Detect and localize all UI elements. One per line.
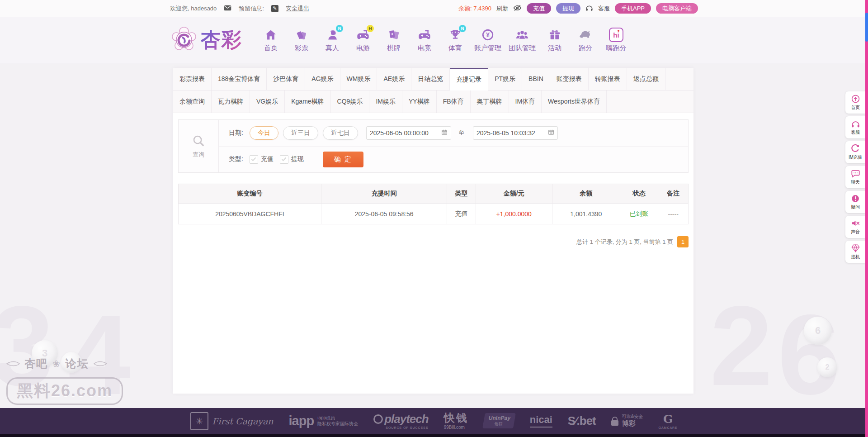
flourish-left-icon: [6, 361, 20, 367]
nav-item-真人[interactable]: N真人: [319, 28, 345, 52]
date-presets: 今日近三日近七日: [250, 126, 358, 140]
envelope-icon[interactable]: [224, 5, 231, 12]
nav-label: 团队管理: [509, 44, 536, 52]
tab-WM娱乐[interactable]: WM娱乐: [340, 68, 377, 90]
flower-icon: ❀: [52, 358, 61, 369]
tab-AG娱乐[interactable]: AG娱乐: [305, 68, 340, 90]
tab-IM娱乐[interactable]: IM娱乐: [369, 90, 402, 113]
footer-logo-iapp: iappiapp成员隐私权专家国际协会: [289, 413, 359, 428]
headset-icon[interactable]: [585, 5, 593, 13]
sidebar-item-声音[interactable]: 声音: [845, 216, 865, 238]
nav-item-嗨跑分[interactable]: hi嗨跑分: [603, 28, 629, 52]
gem-icon: [851, 244, 860, 253]
balance-value: 7.4390: [473, 5, 491, 12]
tab-CQ9娱乐[interactable]: CQ9娱乐: [331, 90, 370, 113]
tab-Wesports世界体育[interactable]: Wesports世界体育: [542, 90, 607, 113]
cell-status: 已到账: [620, 204, 658, 224]
footer-logo-text: playtechSOURCE OF SUCCESS: [373, 412, 429, 430]
nav-item-团队管理[interactable]: 团队管理: [507, 28, 537, 52]
tab-彩票报表[interactable]: 彩票报表: [173, 68, 212, 90]
tab-充提记录[interactable]: 充提记录: [450, 68, 488, 90]
ticket-icon: [294, 28, 309, 42]
tab-YY棋牌[interactable]: YY棋牌: [402, 90, 437, 113]
tab-IM体育[interactable]: IM体育: [509, 90, 542, 113]
nav-item-活动[interactable]: 活动: [542, 28, 568, 52]
sidebar-item-首页[interactable]: 首页: [845, 91, 865, 114]
service-link[interactable]: 客服: [598, 5, 610, 13]
tab-188金宝博体育[interactable]: 188金宝博体育: [212, 68, 267, 90]
sidebar-item-客服[interactable]: 客服: [845, 116, 865, 138]
footer: ✳First Cagayaniappiapp成员隐私权专家国际协会playtec…: [0, 408, 868, 434]
page: 3 4 2 6 3 4 6 2 欢迎您, hadesado 预留信息: ✎ 安全…: [0, 0, 868, 437]
tab-返点总额[interactable]: 返点总额: [627, 68, 665, 90]
nav-item-电竞[interactable]: 电竞: [411, 28, 438, 52]
preset-近七日[interactable]: 近七日: [323, 126, 358, 140]
eye-off-icon[interactable]: [513, 5, 522, 13]
nav-item-首页[interactable]: 首页: [258, 28, 284, 52]
nav-item-彩票[interactable]: 彩票: [288, 28, 315, 52]
checkbox-提现[interactable]: [280, 155, 288, 164]
type-label: 类型:: [229, 155, 243, 163]
cell-remark: -----: [658, 204, 689, 224]
nav-item-跑分[interactable]: 跑分: [572, 28, 599, 52]
tab-奥丁棋牌[interactable]: 奥丁棋牌: [471, 90, 509, 113]
checkbox-充值[interactable]: [250, 155, 258, 164]
tab-VG娱乐[interactable]: VG娱乐: [250, 90, 285, 113]
pc-client-button[interactable]: 电脑客户端: [656, 3, 698, 14]
brand-name: 杏彩: [201, 27, 242, 53]
checkbox-label: 充值: [261, 155, 274, 163]
main-card: 彩票报表188金宝博体育沙巴体育AG娱乐WM娱乐AE娱乐日结总览充提记录PT娱乐…: [173, 68, 693, 394]
sidebar-item-挂机[interactable]: 挂机: [845, 241, 865, 263]
page-1-button[interactable]: 1: [677, 236, 689, 247]
col-header-备注: 备注: [658, 184, 689, 204]
nav-label: 真人: [326, 44, 339, 52]
trophy-icon: N: [448, 28, 462, 42]
nav-label: 电游: [356, 44, 370, 52]
confirm-button[interactable]: 确 定: [323, 152, 363, 167]
date-from-input[interactable]: 2025-06-05 00:00:00: [366, 126, 451, 140]
scrollbar-thumb[interactable]: [865, 13, 868, 42]
tab-Kgame棋牌[interactable]: Kgame棋牌: [285, 90, 330, 113]
slots-icon: H: [356, 28, 370, 42]
tab-日结总览[interactable]: 日结总览: [411, 68, 450, 90]
decor-number-6: 6: [778, 299, 840, 412]
decor-ball: 6: [804, 317, 832, 345]
tab-转账报表[interactable]: 转账报表: [589, 68, 627, 90]
preset-今日[interactable]: 今日: [250, 126, 278, 140]
logout-link[interactable]: 安全退出: [286, 5, 309, 13]
magnifier-icon: [192, 134, 205, 149]
footer-logo-sbet: S∕.bet: [568, 414, 596, 428]
refresh-link[interactable]: 刷新: [496, 5, 508, 13]
withdraw-button[interactable]: 提现: [556, 3, 580, 14]
welcome-text: 欢迎您, hadesado: [170, 5, 217, 13]
type-option-提现[interactable]: 提现: [280, 155, 304, 164]
brand-logo[interactable]: 杏彩: [170, 26, 242, 55]
tab-账变报表[interactable]: 账变报表: [550, 68, 589, 90]
date-to-input[interactable]: 2025-06-05 10:03:32: [473, 126, 558, 140]
sidebar-item-聊天[interactable]: 聊天: [845, 166, 865, 188]
edit-icon[interactable]: ✎: [271, 5, 278, 12]
type-option-充值[interactable]: 充值: [250, 155, 274, 164]
tab-BBIN[interactable]: BBIN: [522, 68, 550, 90]
tab-PT娱乐[interactable]: PT娱乐: [488, 68, 522, 90]
tab-FB体育[interactable]: FB体育: [437, 90, 471, 113]
tab-瓦力棋牌[interactable]: 瓦力棋牌: [212, 90, 250, 113]
nav-item-体育[interactable]: N体育: [442, 28, 468, 52]
recharge-button[interactable]: 充值: [527, 3, 551, 14]
question-icon: [851, 194, 860, 203]
sidebar-item-疑问[interactable]: 疑问: [845, 191, 865, 213]
scrollbar-track[interactable]: [865, 0, 868, 437]
tab-余额查询[interactable]: 余额查询: [173, 90, 212, 113]
preset-近三日[interactable]: 近三日: [283, 126, 318, 140]
tab-AE娱乐[interactable]: AE娱乐: [377, 68, 411, 90]
nav-item-账户管理[interactable]: ¥账户管理: [473, 28, 503, 52]
watermark-site: 黑料26.com: [17, 381, 113, 400]
tab-沙巴体育[interactable]: 沙巴体育: [267, 68, 305, 90]
nav-item-电游[interactable]: H电游: [350, 28, 376, 52]
nav-item-棋牌[interactable]: 棋牌: [381, 28, 407, 52]
nav-label: 活动: [548, 44, 561, 52]
mobile-app-button[interactable]: 手机APP: [615, 3, 651, 14]
footer-logo-subtext: iapp成员隐私权专家国际协会: [317, 415, 358, 427]
sidebar-item-IM充值[interactable]: IM充值: [845, 141, 865, 163]
query-search[interactable]: 查询: [179, 120, 219, 172]
